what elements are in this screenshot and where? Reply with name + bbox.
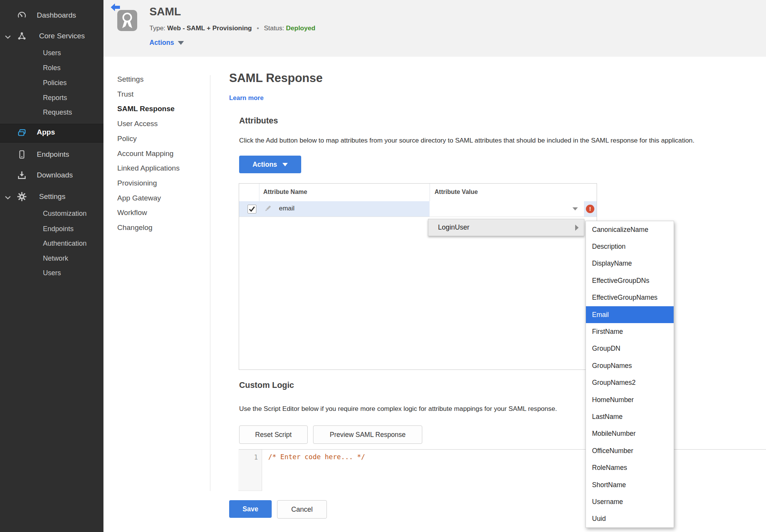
- menu-item-effectivegroupnames[interactable]: EffectiveGroupNames: [586, 289, 674, 306]
- menu-item-effectivegroupdns[interactable]: EffectiveGroupDNs: [586, 272, 674, 289]
- chevron-down-icon: [5, 195, 11, 200]
- tab-linked-applications[interactable]: Linked Applications: [117, 164, 180, 172]
- attributes-description: Click the Add button below to map attrib…: [239, 136, 694, 144]
- sidebar-item-endpoints[interactable]: Endpoints: [0, 146, 103, 163]
- menu-item-groupdn[interactable]: GroupDN: [586, 340, 674, 357]
- attribute-value-dropdown[interactable]: [430, 201, 584, 217]
- app-title: SAML: [149, 5, 181, 18]
- edit-pencil-icon[interactable]: [264, 204, 272, 213]
- attributes-heading: Attributes: [239, 116, 278, 126]
- reset-script-label: Reset Script: [255, 431, 292, 439]
- sidebar-item-roles[interactable]: Roles: [43, 64, 61, 72]
- sidebar-item-dashboards[interactable]: Dashboards: [0, 7, 103, 24]
- app-window: Dashboards Core Services Users Roles Pol…: [0, 0, 766, 532]
- menu-item-rolenames[interactable]: RoleNames: [586, 459, 674, 476]
- table-row[interactable]: email !: [239, 201, 597, 217]
- sidebar-item-downloads[interactable]: Downloads: [0, 167, 103, 184]
- type-value: Web - SAML + Provisioning: [167, 25, 252, 32]
- chevron-down-icon: [572, 207, 578, 210]
- tab-provisioning[interactable]: Provisioning: [117, 179, 157, 187]
- header-actions-menu[interactable]: Actions: [149, 39, 184, 47]
- chevron-down-icon: [178, 41, 184, 45]
- table-header: Attribute Name Attribute Value: [239, 184, 597, 202]
- meta-separator: •: [254, 25, 262, 32]
- chevron-down-icon: [282, 163, 288, 166]
- main-sidebar: Dashboards Core Services Users Roles Pol…: [0, 0, 103, 532]
- sidebar-item-reports[interactable]: Reports: [43, 94, 67, 102]
- chevron-right-icon: [575, 225, 579, 231]
- menu-item-canonicalizename[interactable]: CanonicalizeName: [586, 221, 674, 238]
- status-label: Status:: [264, 25, 284, 32]
- tab-user-access[interactable]: User Access: [117, 120, 158, 128]
- menu-item-groupnames2[interactable]: GroupNames2: [586, 374, 674, 391]
- preview-saml-response-label: Preview SAML Response: [330, 431, 406, 439]
- status-badge: Deployed: [286, 25, 315, 32]
- sidebar-item-network[interactable]: Network: [43, 255, 68, 263]
- tab-settings[interactable]: Settings: [117, 75, 144, 84]
- tab-account-mapping[interactable]: Account Mapping: [117, 149, 174, 158]
- header-actions-label: Actions: [149, 39, 174, 46]
- cancel-button[interactable]: Cancel: [277, 500, 327, 519]
- save-button[interactable]: Save: [229, 500, 272, 518]
- learn-more-link[interactable]: Learn more: [229, 94, 264, 102]
- menu-item-mobilenumber[interactable]: MobileNumber: [586, 425, 674, 442]
- preview-saml-response-button[interactable]: Preview SAML Response: [313, 425, 422, 444]
- chevron-down-icon: [5, 34, 11, 40]
- app-meta: Type: Web - SAML + Provisioning • Status…: [149, 25, 315, 32]
- type-label: Type:: [149, 25, 166, 32]
- column-header-attribute-name: Attribute Name: [263, 189, 307, 195]
- subnav-divider: [210, 75, 210, 491]
- sidebar-item-authentication[interactable]: Authentication: [43, 240, 87, 248]
- menu-item-description[interactable]: Description: [586, 238, 674, 255]
- menu-item-firstname[interactable]: FirstName: [586, 323, 674, 340]
- downloads-icon: [17, 170, 27, 180]
- menu-item-displayname[interactable]: DisplayName: [586, 255, 674, 272]
- menu-item-username[interactable]: Username: [586, 493, 674, 510]
- value-submenu: CanonicalizeName Description DisplayName…: [586, 221, 674, 528]
- tab-saml-response[interactable]: SAML Response: [117, 105, 175, 113]
- menu-item-lastname[interactable]: LastName: [586, 408, 674, 425]
- code-editor-border: [239, 449, 766, 450]
- app-icon: [117, 10, 137, 31]
- custom-logic-description: Use the Script Editor below if you requi…: [239, 405, 557, 413]
- tab-trust[interactable]: Trust: [117, 90, 134, 99]
- sidebar-item-policies[interactable]: Policies: [43, 79, 67, 87]
- sidebar-item-settings-endpoints[interactable]: Endpoints: [43, 225, 74, 233]
- tab-policy[interactable]: Policy: [117, 135, 137, 143]
- core-services-icon: [17, 31, 27, 41]
- sidebar-item-settings[interactable]: Settings: [0, 188, 103, 205]
- sidebar-item-settings-users[interactable]: Users: [43, 269, 61, 277]
- code-editor-gutter: 1: [238, 450, 262, 491]
- menu-item-homenumber[interactable]: HomeNumber: [586, 391, 674, 408]
- menu-item-shortname[interactable]: ShortName: [586, 476, 674, 493]
- page-title: SAML Response: [229, 71, 323, 85]
- row-checkbox[interactable]: [248, 205, 256, 213]
- sidebar-item-users[interactable]: Users: [43, 49, 61, 57]
- attributes-actions-button[interactable]: Actions: [239, 156, 301, 173]
- sidebar-item-label: Endpoints: [37, 150, 69, 159]
- sidebar-item-customization[interactable]: Customization: [43, 210, 87, 218]
- sidebar-item-label: Core Services: [39, 32, 85, 40]
- value-menu-parent-label: LoginUser: [438, 223, 469, 232]
- attributes-table: Attribute Name Attribute Value email: [239, 183, 597, 370]
- attribute-name-cell: email: [279, 205, 295, 212]
- value-menu-parent[interactable]: LoginUser: [428, 219, 584, 236]
- tab-changelog[interactable]: Changelog: [117, 223, 153, 232]
- cancel-label: Cancel: [291, 506, 313, 514]
- sidebar-item-label: Dashboards: [37, 11, 76, 20]
- error-icon: !: [586, 205, 594, 213]
- menu-item-uuid[interactable]: Uuid: [586, 511, 674, 527]
- menu-item-officenumber[interactable]: OfficeNumber: [586, 442, 674, 459]
- reset-script-button[interactable]: Reset Script: [239, 425, 308, 444]
- dashboards-icon: [17, 10, 27, 20]
- sidebar-item-label: Downloads: [37, 171, 73, 179]
- tab-workflow[interactable]: Workflow: [117, 209, 147, 217]
- tab-app-gateway[interactable]: App Gateway: [117, 194, 161, 202]
- code-editor-content[interactable]: /* Enter code here... */: [268, 453, 365, 461]
- sidebar-item-apps[interactable]: Apps: [0, 124, 103, 143]
- menu-item-groupnames[interactable]: GroupNames: [586, 357, 674, 374]
- sidebar-item-core-services[interactable]: Core Services: [0, 28, 103, 44]
- menu-item-email[interactable]: Email: [586, 306, 674, 323]
- column-header-attribute-value: Attribute Value: [435, 189, 478, 195]
- sidebar-item-requests[interactable]: Requests: [43, 108, 72, 117]
